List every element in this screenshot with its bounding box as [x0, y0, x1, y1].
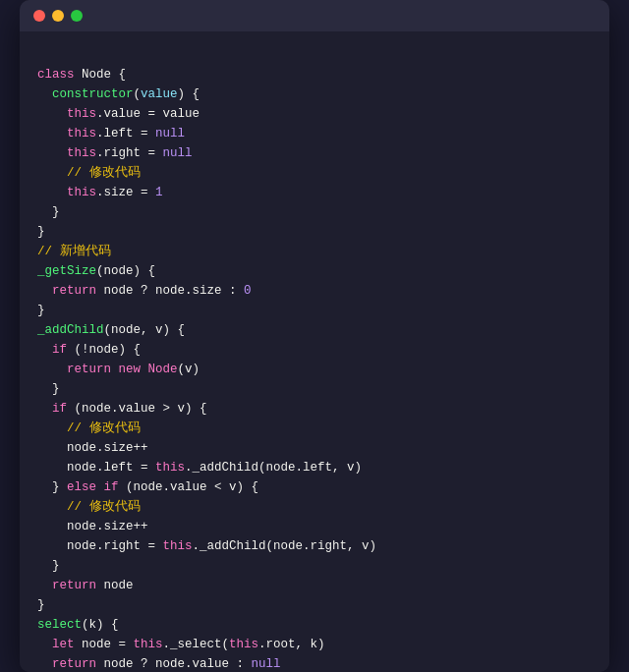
code-line: _getSize(node) { [37, 261, 592, 281]
code-line: this.size = 1 [37, 183, 592, 202]
code-line: // 修改代码 [37, 419, 592, 438]
code-line: this.left = null [37, 124, 592, 143]
code-line: _addChild(node, v) { [37, 320, 592, 340]
code-line: // 修改代码 [37, 163, 592, 183]
code-line: this.right = null [37, 143, 592, 163]
code-line: node.size++ [37, 438, 592, 458]
code-line: if (!node) { [37, 340, 592, 360]
code-line: } [37, 222, 592, 242]
code-line: if (node.value > v) { [37, 399, 592, 419]
code-line: return new Node(v) [37, 360, 592, 379]
close-dot [33, 10, 45, 22]
code-line: select(k) { [37, 615, 592, 635]
maximize-dot [71, 10, 83, 22]
code-area: class Node { constructor(value) { this.v… [20, 31, 609, 672]
code-line: node.left = this._addChild(node.left, v) [37, 458, 592, 477]
code-line: node.size++ [37, 517, 592, 536]
code-window: class Node { constructor(value) { this.v… [20, 0, 609, 672]
code-line: class Node { [37, 65, 592, 84]
code-line: } [37, 595, 592, 615]
code-line: } [37, 202, 592, 222]
code-line: this.value = value [37, 104, 592, 124]
code-line: } [37, 379, 592, 399]
code-line: node.right = this._addChild(node.right, … [37, 536, 592, 556]
minimize-dot [52, 10, 64, 22]
code-line: } else if (node.value < v) { [37, 477, 592, 497]
code-line [37, 45, 592, 65]
code-line: // 新增代码 [37, 242, 592, 261]
code-line: return node ? node.size : 0 [37, 281, 592, 301]
code-line: constructor(value) { [37, 84, 592, 104]
code-line: // 修改代码 [37, 497, 592, 517]
code-line: return node ? node.value : null [37, 654, 592, 672]
main-container: class Node { constructor(value) { this.v… [0, 0, 629, 672]
code-line: } [37, 301, 592, 320]
code-line: let node = this._select(this.root, k) [37, 635, 592, 654]
code-line: } [37, 556, 592, 576]
code-line: return node [37, 576, 592, 595]
titlebar [20, 0, 609, 31]
